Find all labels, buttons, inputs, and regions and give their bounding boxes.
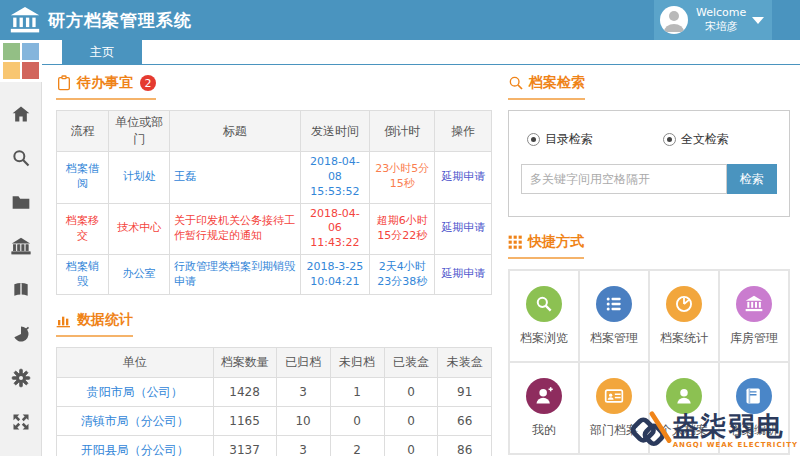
todo-dept: 技术中心	[109, 203, 170, 255]
sidebar	[0, 40, 42, 456]
todo-row: 档案移交 技术中心 关于印发机关公务接待工作暂行规定的通知 2018-04-06…	[57, 203, 492, 255]
delay-request-link[interactable]: 延期申请	[435, 152, 492, 204]
tab-bar: 主页	[42, 40, 800, 65]
todo-title: 待办事宜	[77, 74, 133, 92]
unit-link[interactable]: 清镇市局（分公司）	[57, 407, 214, 436]
search-input[interactable]	[521, 164, 727, 194]
pie-chart-icon[interactable]	[11, 324, 31, 344]
col-subject: 标题	[170, 111, 301, 152]
stat-value: 86	[438, 436, 492, 456]
todo-subject-link[interactable]: 王磊	[170, 152, 301, 204]
todo-dept: 办公室	[109, 255, 170, 295]
todo-process: 档案借阅	[57, 152, 109, 204]
clipboard-icon	[56, 75, 72, 91]
home-icon[interactable]	[11, 104, 31, 124]
col-action: 操作	[435, 111, 492, 152]
todo-subject-link[interactable]: 关于印发机关公务接待工作暂行规定的通知	[170, 203, 301, 255]
stats-row: 开阳县局（分公司） 3137 3 2 0 86	[57, 436, 492, 456]
unit-link[interactable]: 开阳县局（分公司）	[57, 436, 214, 456]
shortcut-archive-browse[interactable]: 档案浏览	[509, 270, 579, 362]
todo-process: 档案移交	[57, 203, 109, 255]
col-unit: 单位	[57, 348, 214, 378]
vendor-watermark: 盎柒弱电 ANGQI WEAK ELECTRICITY	[627, 408, 798, 454]
todo-count-badge: 2	[140, 75, 156, 91]
todo-countdown: 2天4小时23分38秒	[370, 255, 435, 295]
todo-time: 2018-3-25 10:04:21	[300, 255, 370, 295]
search-section-title: 档案检索	[508, 74, 585, 100]
search-icon[interactable]	[11, 148, 31, 168]
radio-icon	[663, 133, 676, 146]
col-archived: 已归档	[276, 348, 330, 378]
delay-request-link[interactable]: 延期申请	[435, 203, 492, 255]
person-icon	[674, 386, 694, 406]
bar-chart-icon	[56, 312, 72, 328]
bank-icon	[744, 294, 764, 314]
shortcut-archive-manage[interactable]: 档案管理	[579, 270, 649, 362]
search-icon	[508, 75, 524, 91]
list-icon	[604, 294, 624, 314]
todo-time: 2018-04-08 15:53:52	[300, 152, 370, 204]
todo-section-title: 待办事宜 2	[56, 74, 156, 100]
radio-icon	[527, 133, 540, 146]
shortcut-warehouse-manage[interactable]: 库房管理	[719, 270, 789, 362]
shortcut-label: 我的	[532, 422, 556, 439]
todo-countdown: 超期6小时15分22秒	[370, 203, 435, 255]
col-time: 发送时间	[300, 111, 370, 152]
radio-fulltext-label: 全文检索	[681, 131, 729, 148]
book-icon[interactable]	[11, 280, 31, 300]
delay-request-link[interactable]: 延期申请	[435, 255, 492, 295]
radio-fulltext-search[interactable]: 全文检索	[663, 131, 729, 148]
search-button[interactable]: 检索	[727, 164, 777, 194]
vendor-name-en: ANGQI WEAK ELECTRICITY	[673, 442, 798, 449]
todo-table: 流程 单位或部门 标题 发送时间 倒计时 操作 档案借阅 计划处 王磊 2018…	[56, 110, 492, 295]
app-header: 研方档案管理系统 Welcome 宋培彦	[0, 0, 800, 40]
todo-header-row: 流程 单位或部门 标题 发送时间 倒计时 操作	[57, 111, 492, 152]
shortcut-label: 库房管理	[730, 330, 778, 347]
col-process: 流程	[57, 111, 109, 152]
avatar	[660, 6, 688, 34]
shortcut-my[interactable]: 我的	[509, 362, 579, 454]
todo-subject-link[interactable]: 行政管理类档案到期销毁申请	[170, 255, 301, 295]
expand-icon[interactable]	[11, 412, 31, 432]
radio-catalog-label: 目录检索	[545, 131, 593, 148]
stat-value: 0	[384, 407, 438, 436]
stat-value: 0	[384, 378, 438, 407]
stat-value: 2	[330, 436, 384, 456]
col-countdown: 倒计时	[370, 111, 435, 152]
user-menu[interactable]: Welcome 宋培彦	[654, 0, 772, 40]
col-total: 档案数量	[213, 348, 276, 378]
stat-value: 3137	[213, 436, 276, 456]
col-unboxed: 未装盒	[438, 348, 492, 378]
id-card-icon	[604, 386, 624, 406]
shortcut-archive-stats[interactable]: 档案统计	[649, 270, 719, 362]
shortcut-label: 档案统计	[660, 330, 708, 347]
app-title: 研方档案管理系统	[48, 9, 192, 32]
stats-section-title: 数据统计	[56, 311, 133, 337]
search-icon	[534, 294, 554, 314]
book-icon	[744, 386, 764, 406]
shortcuts-title: 快捷方式	[528, 233, 584, 251]
stat-value: 91	[438, 378, 492, 407]
tab-home[interactable]: 主页	[62, 40, 142, 65]
todo-time: 2018-04-06 11:43:22	[300, 203, 370, 255]
folder-icon[interactable]	[11, 192, 31, 212]
unit-link[interactable]: 贵阳市局（公司）	[57, 378, 214, 407]
stat-value: 1165	[213, 407, 276, 436]
username: 宋培彦	[696, 20, 746, 34]
bank-icon[interactable]	[11, 236, 31, 256]
grid-dots-icon	[508, 235, 523, 250]
radio-catalog-search[interactable]: 目录检索	[527, 131, 593, 148]
app-grid-logo	[0, 40, 42, 82]
stats-title: 数据统计	[77, 311, 133, 329]
todo-row: 档案销毁 办公室 行政管理类档案到期销毁申请 2018-3-25 10:04:2…	[57, 255, 492, 295]
gear-icon[interactable]	[11, 368, 31, 388]
col-unarchived: 未归档	[330, 348, 384, 378]
stat-value: 0	[384, 436, 438, 456]
welcome-text: Welcome	[696, 6, 746, 20]
search-panel: 目录检索 全文检索 检索	[508, 110, 790, 217]
stat-value: 0	[330, 407, 384, 436]
stat-value: 3	[276, 378, 330, 407]
col-dept: 单位或部门	[109, 111, 170, 152]
chevron-down-icon	[752, 17, 764, 24]
main-content: 待办事宜 2 流程 单位或部门 标题 发送时间 倒计时 操作 档案借阅 计划处	[42, 66, 800, 456]
